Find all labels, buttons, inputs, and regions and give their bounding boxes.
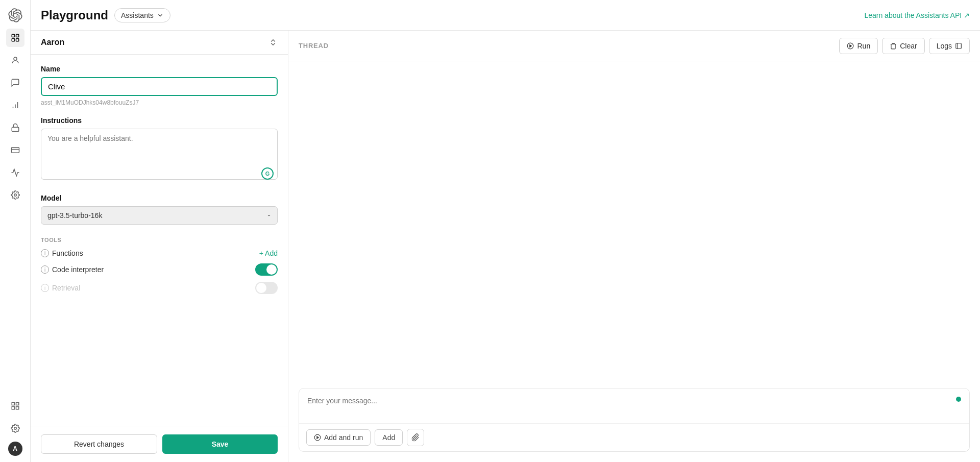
- functions-info-icon[interactable]: i: [41, 249, 49, 257]
- thread-body: [288, 61, 980, 388]
- nav-bottom-settings-icon[interactable]: [6, 419, 24, 437]
- svg-rect-3: [16, 39, 18, 41]
- panel-scrollable: Name asst_iM1MuODJhks04w8bfouuZsJ7 Instr…: [31, 55, 288, 426]
- svg-rect-16: [956, 43, 962, 48]
- model-select[interactable]: gpt-3.5-turbo-16k gpt-4 gpt-4-turbo gpt-…: [41, 206, 278, 225]
- name-input[interactable]: [41, 77, 278, 96]
- message-area: Add and run Add: [299, 388, 970, 452]
- svg-rect-1: [16, 34, 18, 37]
- revert-changes-button[interactable]: Revert changes: [41, 434, 157, 454]
- instructions-wrapper: G: [41, 129, 278, 184]
- svg-rect-6: [11, 148, 19, 153]
- expand-icon[interactable]: [268, 38, 278, 47]
- instructions-textarea[interactable]: [41, 129, 278, 180]
- functions-label: Functions: [52, 249, 83, 257]
- main-content: Playground Assistants Learn about the As…: [31, 0, 980, 462]
- nav-playground-icon[interactable]: [6, 29, 24, 47]
- svg-rect-10: [16, 402, 18, 405]
- functions-tool-row: i Functions + Add: [41, 249, 278, 257]
- svg-marker-19: [317, 436, 319, 439]
- clear-button[interactable]: Clear: [882, 38, 924, 54]
- svg-rect-12: [16, 407, 18, 409]
- top-header: Playground Assistants Learn about the As…: [31, 0, 980, 31]
- assistant-name-display: Aaron: [41, 38, 64, 47]
- svg-rect-5: [12, 127, 19, 131]
- svg-rect-2: [12, 39, 14, 41]
- message-actions: Add and run Add: [299, 423, 969, 451]
- left-navigation: A: [0, 0, 31, 462]
- instructions-label: Instructions: [41, 116, 278, 125]
- logs-button[interactable]: Logs: [929, 38, 970, 54]
- thread-actions: Run Clear Logs: [839, 38, 970, 54]
- svg-rect-9: [12, 402, 14, 405]
- add-and-run-button[interactable]: Add and run: [306, 429, 371, 446]
- svg-point-13: [14, 427, 16, 430]
- model-label: Model: [41, 194, 278, 202]
- openai-logo[interactable]: [6, 6, 24, 25]
- svg-rect-11: [12, 407, 14, 409]
- functions-add-button[interactable]: + Add: [259, 249, 278, 257]
- add-run-icon: [314, 434, 321, 441]
- message-input[interactable]: [299, 388, 969, 421]
- nav-assistants-icon[interactable]: [6, 51, 24, 69]
- left-panel: Aaron Name asst_iM1MuODJhks04w8bfouuZsJ7…: [31, 31, 288, 462]
- attach-button[interactable]: [407, 429, 424, 446]
- assistant-id: asst_iM1MuODJhks04w8bfouuZsJ7: [41, 99, 278, 106]
- retrieval-info-icon[interactable]: i: [41, 284, 49, 292]
- right-panel: THREAD Run Clear Logs: [288, 31, 980, 462]
- retrieval-tool-row: i Retrieval: [41, 282, 278, 294]
- nav-lock-icon[interactable]: [6, 118, 24, 137]
- nav-finetune-icon[interactable]: [6, 96, 24, 114]
- retrieval-toggle[interactable]: [255, 282, 278, 294]
- status-indicator: [956, 397, 961, 402]
- body-panels: Aaron Name asst_iM1MuODJhks04w8bfouuZsJ7…: [31, 31, 980, 462]
- code-interpreter-label: Code interpreter: [52, 265, 104, 274]
- run-icon: [847, 42, 854, 50]
- code-interpreter-toggle[interactable]: [255, 263, 278, 276]
- assistants-mode-button[interactable]: Assistants: [114, 8, 170, 22]
- learn-api-link[interactable]: Learn about the Assistants API ↗: [864, 11, 970, 19]
- add-message-button[interactable]: Add: [375, 429, 403, 446]
- assistant-header: Aaron: [31, 31, 288, 55]
- thread-header: THREAD Run Clear Logs: [288, 31, 980, 61]
- grammarly-icon[interactable]: G: [261, 167, 274, 180]
- nav-chat-icon[interactable]: [6, 74, 24, 92]
- user-avatar[interactable]: A: [8, 442, 22, 456]
- code-interpreter-tool-row: i Code interpreter: [41, 263, 278, 276]
- page-title: Playground: [41, 8, 108, 22]
- chevron-down-icon: [157, 12, 164, 19]
- svg-point-8: [14, 194, 16, 197]
- name-field-label: Name: [41, 65, 278, 73]
- panel-footer: Revert changes Save: [31, 426, 288, 462]
- code-interpreter-info-icon[interactable]: i: [41, 265, 49, 274]
- nav-analytics-icon[interactable]: [6, 163, 24, 182]
- svg-rect-0: [12, 34, 14, 37]
- thread-label: THREAD: [299, 42, 329, 50]
- run-button[interactable]: Run: [839, 38, 878, 54]
- save-button[interactable]: Save: [162, 434, 278, 454]
- retrieval-label: Retrieval: [52, 284, 80, 292]
- clear-icon: [890, 42, 897, 50]
- nav-billing-icon[interactable]: [6, 141, 24, 159]
- paperclip-icon: [411, 433, 420, 442]
- nav-settings-icon[interactable]: [6, 186, 24, 204]
- svg-point-4: [14, 57, 17, 60]
- svg-marker-15: [850, 44, 852, 47]
- logs-icon: [955, 42, 962, 50]
- tools-section-label: TOOLS: [41, 237, 278, 243]
- nav-grid-icon[interactable]: [6, 397, 24, 415]
